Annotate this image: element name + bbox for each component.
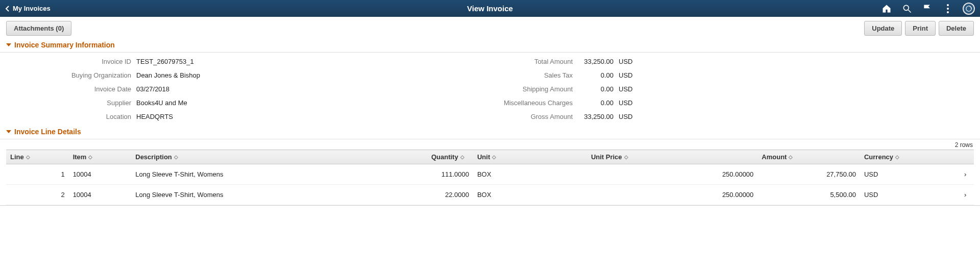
col-header-amount[interactable]: Amount◇ bbox=[757, 150, 860, 164]
sort-icon: ◇ bbox=[789, 155, 793, 160]
cell-line: 2 bbox=[6, 185, 69, 205]
line-details-table: Line◇ Item◇ Description◇ Quantity◇ Unit◇… bbox=[6, 150, 974, 205]
col-header-description[interactable]: Description◇ bbox=[131, 150, 427, 164]
supplier-value: Books4U and Me bbox=[136, 99, 200, 107]
misc-charges-currency: USD bbox=[619, 99, 644, 107]
cell-line: 1 bbox=[6, 164, 69, 185]
menu-icon[interactable] bbox=[942, 3, 953, 14]
print-button[interactable]: Print bbox=[905, 21, 936, 36]
misc-charges-label: Miscellaneous Charges bbox=[369, 99, 573, 107]
total-amount-value: 33,250.00 bbox=[578, 58, 614, 65]
svg-point-0 bbox=[903, 5, 909, 10]
misc-charges-value: 0.00 bbox=[578, 99, 614, 107]
back-button[interactable]: My Invoices bbox=[0, 5, 51, 12]
table-row: 210004Long Sleeve T-Shirt, Womens22.0000… bbox=[6, 185, 974, 205]
cell-quantity: 22.0000 bbox=[427, 185, 473, 205]
cell-item: 10004 bbox=[69, 185, 132, 205]
header-actions bbox=[881, 3, 980, 15]
col-header-quantity[interactable]: Quantity◇ bbox=[427, 150, 473, 164]
caret-down-icon bbox=[6, 43, 11, 46]
sort-icon: ◇ bbox=[624, 155, 628, 160]
cell-currency: USD bbox=[860, 185, 957, 205]
help-icon[interactable] bbox=[963, 3, 975, 15]
cell-item: 10004 bbox=[69, 164, 132, 185]
row-detail-button[interactable]: › bbox=[957, 185, 974, 205]
flag-icon[interactable] bbox=[922, 3, 933, 14]
buying-org-value: Dean Jones & Bishop bbox=[136, 71, 200, 79]
shipping-amount-currency: USD bbox=[619, 85, 644, 93]
cell-amount: 5,500.00 bbox=[757, 185, 860, 205]
sort-icon: ◇ bbox=[26, 155, 30, 160]
invoice-date-value: 03/27/2018 bbox=[136, 85, 200, 93]
sort-icon: ◇ bbox=[492, 155, 496, 160]
col-header-currency[interactable]: Currency◇ bbox=[860, 150, 957, 164]
action-bar: Attachments (0) Update Print Delete bbox=[0, 17, 980, 38]
chevron-left-icon bbox=[5, 6, 10, 12]
attachments-button[interactable]: Attachments (0) bbox=[6, 21, 71, 36]
search-icon[interactable] bbox=[901, 3, 913, 14]
page-header: My Invoices View Invoice bbox=[0, 0, 980, 17]
row-detail-button[interactable]: › bbox=[957, 164, 974, 185]
back-label: My Invoices bbox=[13, 5, 51, 12]
gross-amount-label: Gross Amount bbox=[369, 113, 573, 120]
caret-down-icon bbox=[6, 130, 11, 133]
row-count: 2 rows bbox=[0, 139, 980, 150]
update-button[interactable]: Update bbox=[864, 21, 902, 36]
location-label: Location bbox=[6, 113, 131, 120]
svg-line-1 bbox=[909, 10, 911, 12]
cell-unit-price: 250.00000 bbox=[587, 185, 757, 205]
col-header-line[interactable]: Line◇ bbox=[6, 150, 69, 164]
shipping-amount-label: Shipping Amount bbox=[369, 85, 573, 93]
lines-section-title: Invoice Line Details bbox=[14, 128, 81, 136]
delete-button[interactable]: Delete bbox=[939, 21, 974, 36]
table-row: 110004Long Sleeve T-Shirt, Womens111.000… bbox=[6, 164, 974, 185]
home-icon[interactable] bbox=[881, 3, 892, 14]
cell-amount: 27,750.00 bbox=[757, 164, 860, 185]
svg-point-2 bbox=[947, 4, 949, 6]
location-value: HEADQRTS bbox=[136, 113, 200, 120]
cell-unit-price: 250.00000 bbox=[587, 164, 757, 185]
sales-tax-currency: USD bbox=[619, 71, 644, 79]
invoice-date-label: Invoice Date bbox=[6, 85, 131, 93]
cell-unit: BOX bbox=[473, 185, 587, 205]
sales-tax-label: Sales Tax bbox=[369, 71, 573, 79]
col-header-unit-price[interactable]: Unit Price◇ bbox=[587, 150, 757, 164]
page-title: View Invoice bbox=[467, 4, 513, 13]
sort-icon: ◇ bbox=[174, 155, 178, 160]
cell-description: Long Sleeve T-Shirt, Womens bbox=[131, 164, 427, 185]
cell-description: Long Sleeve T-Shirt, Womens bbox=[131, 185, 427, 205]
chevron-right-icon: › bbox=[964, 170, 966, 178]
cell-currency: USD bbox=[860, 164, 957, 185]
summary-section-toggle[interactable]: Invoice Summary Information bbox=[0, 38, 980, 53]
cell-unit: BOX bbox=[473, 164, 587, 185]
cell-quantity: 111.0000 bbox=[427, 164, 473, 185]
sort-icon: ◇ bbox=[895, 155, 899, 160]
svg-point-3 bbox=[947, 8, 949, 10]
col-header-item[interactable]: Item◇ bbox=[69, 150, 132, 164]
lines-section-toggle[interactable]: Invoice Line Details bbox=[0, 125, 980, 139]
shipping-amount-value: 0.00 bbox=[578, 85, 614, 93]
svg-point-4 bbox=[947, 11, 949, 13]
total-amount-currency: USD bbox=[619, 58, 644, 65]
invoice-id-label: Invoice ID bbox=[6, 58, 131, 65]
summary-body: Invoice ID TEST_26079753_1 Buying Organi… bbox=[0, 53, 980, 125]
total-amount-label: Total Amount bbox=[369, 58, 573, 65]
summary-section-title: Invoice Summary Information bbox=[14, 41, 115, 49]
buying-org-label: Buying Organization bbox=[6, 71, 131, 79]
sales-tax-value: 0.00 bbox=[578, 71, 614, 79]
supplier-label: Supplier bbox=[6, 99, 131, 107]
col-header-unit[interactable]: Unit◇ bbox=[473, 150, 587, 164]
chevron-right-icon: › bbox=[964, 191, 966, 199]
sort-icon: ◇ bbox=[460, 155, 464, 160]
invoice-id-value: TEST_26079753_1 bbox=[136, 58, 200, 65]
col-header-empty bbox=[957, 150, 974, 164]
gross-amount-value: 33,250.00 bbox=[578, 113, 614, 120]
gross-amount-currency: USD bbox=[619, 113, 644, 120]
sort-icon: ◇ bbox=[88, 155, 92, 160]
